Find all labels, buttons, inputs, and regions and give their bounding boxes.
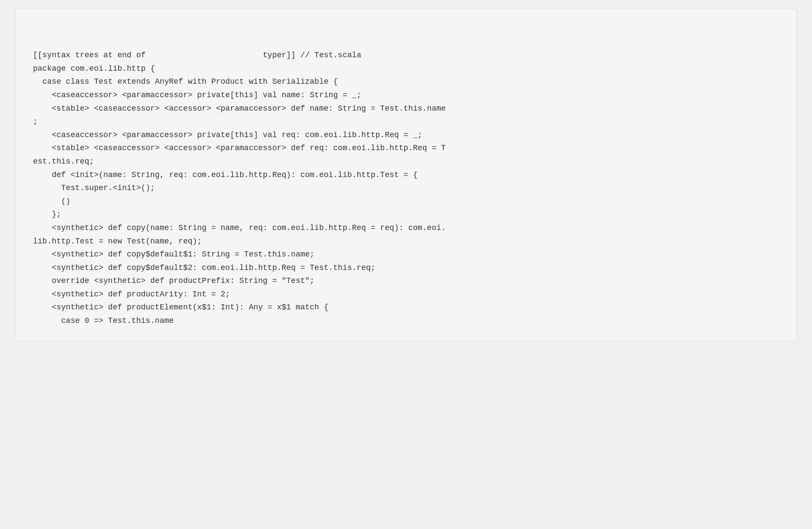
- code-line: <stable> <caseaccessor> <accessor> <para…: [33, 102, 779, 115]
- code-line: <synthetic> def copy$default$2: com.eoi.…: [33, 261, 779, 275]
- code-line: <stable> <caseaccessor> <accessor> <para…: [33, 141, 779, 155]
- code-line: ;: [33, 115, 779, 128]
- code-container: [[syntax trees at end of typer]] // Test…: [15, 9, 797, 341]
- code-line: <caseaccessor> <paramaccessor> private[t…: [33, 128, 779, 142]
- code-line: <caseaccessor> <paramaccessor> private[t…: [33, 89, 779, 102]
- code-line: [[syntax trees at end of typer]] // Test…: [33, 49, 779, 62]
- code-block: [[syntax trees at end of typer]] // Test…: [33, 22, 779, 328]
- code-line: est.this.req;: [33, 155, 779, 168]
- code-line: case class Test extends AnyRef with Prod…: [33, 75, 779, 89]
- code-line: (): [33, 195, 779, 208]
- code-line: package com.eoi.lib.http {: [33, 62, 779, 76]
- code-line: <synthetic> def productElement(x$1: Int)…: [33, 301, 779, 314]
- code-line: <synthetic> def copy(name: String = name…: [33, 221, 779, 235]
- code-line: override <synthetic> def productPrefix: …: [33, 274, 779, 288]
- code-line: lib.http.Test = new Test(name, req);: [33, 235, 779, 248]
- code-line: <synthetic> def productArity: Int = 2;: [33, 288, 779, 301]
- code-line: <synthetic> def copy$default$1: String =…: [33, 248, 779, 261]
- code-line: Test.super.<init>();: [33, 181, 779, 195]
- code-line: def <init>(name: String, req: com.eoi.li…: [33, 168, 779, 182]
- code-line: case 0 => Test.this.name: [33, 314, 779, 328]
- code-line: };: [33, 208, 779, 221]
